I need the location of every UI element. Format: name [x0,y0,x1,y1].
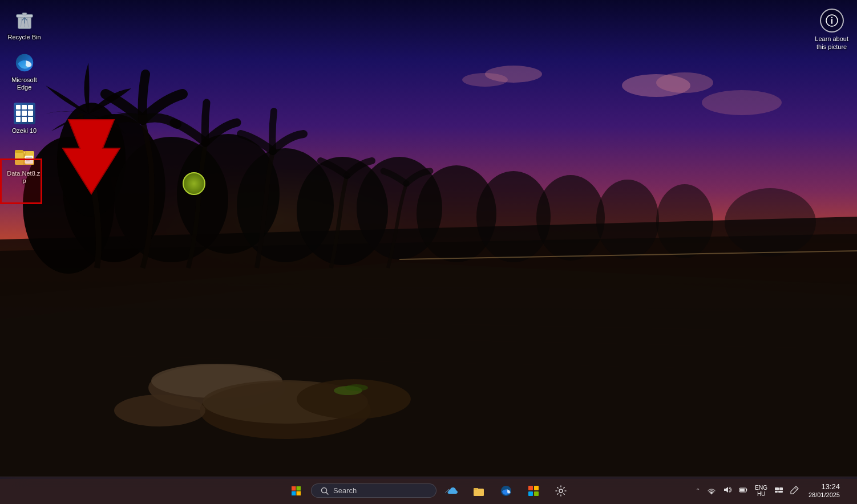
svg-rect-82 [779,487,783,490]
recycle-bin-image [13,9,36,31]
mouse-cursor [183,172,205,195]
svg-rect-51 [24,152,25,153]
learn-about-picture-button[interactable]: Learn about this picture [812,6,851,54]
store-button[interactable] [521,478,546,503]
clock-date: 28/01/2025 [809,491,840,499]
svg-rect-49 [15,150,23,153]
svg-rect-66 [292,491,296,495]
system-clock[interactable]: 13:24 28/01/2025 [804,482,844,499]
search-label: Search [333,486,357,495]
pen-icon[interactable] [788,483,802,498]
red-arrow-annotation [46,114,137,205]
svg-point-78 [711,493,712,494]
edge-label: Microsoft Edge [6,76,43,91]
recycle-bin-label: Recycle Bin [7,34,41,41]
store-icon [527,485,540,497]
learn-icon [820,9,844,32]
svg-rect-64 [292,486,296,491]
svg-point-41 [462,73,508,87]
widgets-icon [445,485,458,497]
edge-taskbar-icon [500,485,512,497]
svg-line-85 [795,487,797,490]
lang-text: ENG [755,485,767,491]
svg-rect-72 [477,489,479,490]
start-button[interactable] [284,478,309,503]
settings-taskbar-button[interactable] [548,478,573,503]
edge-taskbar-button[interactable] [494,478,519,503]
region-text: HU [757,491,765,497]
svg-point-63 [831,17,832,18]
search-icon [321,487,329,495]
ozeki-10-icon[interactable]: Ozeki 10 [3,99,46,137]
svg-marker-13 [0,234,857,477]
svg-rect-80 [740,489,745,491]
svg-rect-81 [775,487,779,490]
svg-point-26 [656,184,713,258]
svg-line-69 [326,492,329,494]
edge-image [13,51,36,74]
widgets-button[interactable] [439,478,464,503]
file-explorer-icon [472,485,485,497]
svg-rect-65 [297,486,301,491]
network-icon[interactable] [705,483,718,498]
svg-point-38 [656,72,713,93]
learn-about-label: Learn about this picture [815,35,848,51]
svg-rect-76 [534,491,539,496]
svg-point-39 [702,90,782,115]
search-bar[interactable]: Search [311,483,436,498]
svg-rect-75 [528,491,533,496]
taskbar-center: Search [284,478,573,503]
microsoft-edge-icon[interactable]: Microsoft Edge [3,48,46,94]
volume-icon[interactable] [721,483,734,498]
battery-icon[interactable] [737,483,750,498]
ozeki-label: Ozeki 10 [12,127,37,135]
svg-rect-84 [778,491,783,493]
system-tray: ⌃ [693,482,857,499]
svg-rect-44 [22,13,27,15]
svg-point-77 [559,489,563,493]
svg-rect-52 [24,155,25,156]
svg-rect-67 [297,491,301,495]
svg-point-24 [536,175,605,261]
svg-rect-74 [534,486,539,490]
scene-svg [0,0,857,504]
svg-marker-60 [63,120,120,194]
taskbar: Search [0,477,857,504]
svg-point-35 [345,384,368,391]
tray-overflow-button[interactable]: ⌃ [693,485,702,496]
svg-point-27 [725,188,816,257]
svg-rect-83 [775,491,778,493]
svg-point-33 [114,395,205,426]
recycle-bin-icon[interactable]: Recycle Bin [3,6,46,44]
svg-point-25 [596,180,659,259]
svg-rect-53 [24,157,25,158]
red-highlight-box [0,158,42,204]
language-indicator[interactable]: ENG HU [753,483,770,498]
settings-taskbar-icon [555,485,567,497]
clock-time: 13:24 [821,482,840,491]
file-explorer-button[interactable] [466,478,491,503]
svg-rect-73 [528,486,533,490]
notification-center-icon[interactable] [772,483,786,498]
ozeki-image [13,102,36,125]
